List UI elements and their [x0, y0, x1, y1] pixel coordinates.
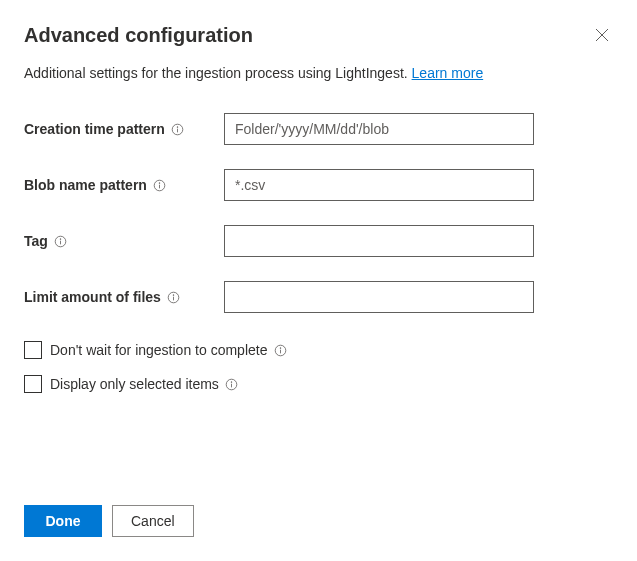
subtitle-text: Additional settings for the ingestion pr… — [24, 65, 412, 81]
blob-name-input[interactable] — [224, 169, 534, 201]
creation-time-label: Creation time pattern — [24, 121, 165, 137]
blob-name-row: Blob name pattern — [24, 169, 613, 201]
limit-files-label: Limit amount of files — [24, 289, 161, 305]
limit-files-input[interactable] — [224, 281, 534, 313]
dialog-title: Advanced configuration — [24, 24, 253, 47]
info-icon[interactable] — [225, 377, 239, 391]
dialog-subtitle: Additional settings for the ingestion pr… — [24, 65, 613, 81]
svg-point-9 — [60, 238, 61, 239]
info-icon[interactable] — [153, 178, 167, 192]
svg-point-15 — [280, 347, 281, 348]
svg-point-18 — [231, 381, 232, 382]
tag-row: Tag — [24, 225, 613, 257]
svg-point-3 — [177, 126, 178, 127]
svg-point-12 — [173, 294, 174, 295]
dont-wait-row: Don't wait for ingestion to complete — [24, 341, 613, 359]
limit-files-row: Limit amount of files — [24, 281, 613, 313]
dont-wait-label: Don't wait for ingestion to complete — [50, 342, 267, 358]
dont-wait-checkbox[interactable] — [24, 341, 42, 359]
info-icon[interactable] — [171, 122, 185, 136]
creation-time-input[interactable] — [224, 113, 534, 145]
tag-input[interactable] — [224, 225, 534, 257]
info-icon[interactable] — [54, 234, 68, 248]
done-button[interactable]: Done — [24, 505, 102, 537]
svg-point-6 — [160, 182, 161, 183]
display-selected-row: Display only selected items — [24, 375, 613, 393]
learn-more-link[interactable]: Learn more — [412, 65, 484, 81]
info-icon[interactable] — [167, 290, 181, 304]
info-icon[interactable] — [273, 343, 287, 357]
close-icon — [595, 28, 609, 45]
tag-label: Tag — [24, 233, 48, 249]
display-selected-label: Display only selected items — [50, 376, 219, 392]
display-selected-checkbox[interactable] — [24, 375, 42, 393]
close-button[interactable] — [591, 24, 613, 49]
creation-time-row: Creation time pattern — [24, 113, 613, 145]
cancel-button[interactable]: Cancel — [112, 505, 194, 537]
blob-name-label: Blob name pattern — [24, 177, 147, 193]
